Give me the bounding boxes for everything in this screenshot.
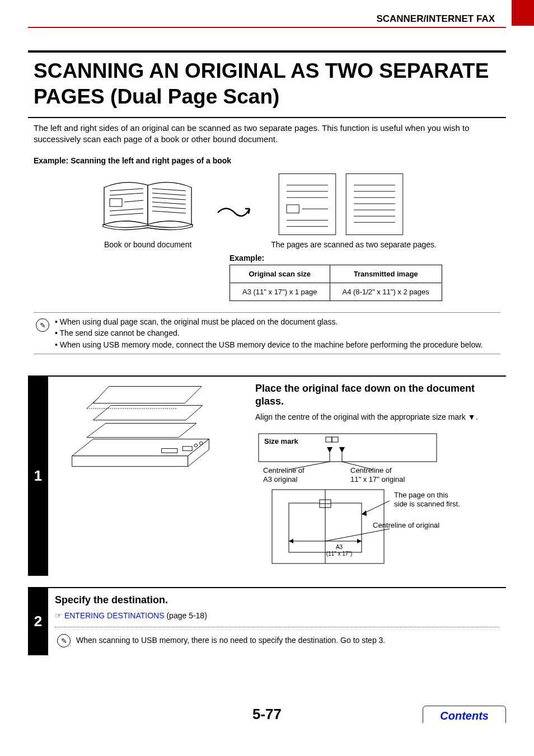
dotted-divider <box>55 627 499 627</box>
page-title: SCANNING AN ORIGINAL AS TWO SEPARATE PAG… <box>34 58 506 110</box>
svg-marker-28 <box>72 439 209 456</box>
svg-marker-58 <box>362 510 367 516</box>
illustration-row: Book or bound document <box>28 171 506 249</box>
table-label: Example: <box>229 253 506 262</box>
step-number-1: 1 <box>28 375 48 576</box>
contents-button[interactable]: Contents <box>423 706 506 723</box>
pages-caption: The pages are scanned as two separate pa… <box>271 240 437 249</box>
step2-link-row: ☞ ENTERING DESTINATIONS (page 5-18) <box>55 611 499 622</box>
step1-heading: Place the original face down on the docu… <box>255 382 500 408</box>
svg-marker-31 <box>87 423 196 437</box>
example-heading: Example: Scanning the left and right pag… <box>28 145 506 171</box>
label-centreline-original: Centreline of original <box>373 521 439 529</box>
note-item: The send size cannot be changed. <box>55 327 483 339</box>
book-caption: Book or bound document <box>97 240 198 249</box>
svg-marker-29 <box>72 456 188 467</box>
svg-marker-44 <box>339 447 345 453</box>
footer: 5-77 Contents <box>0 706 534 723</box>
scanned-pages-icon <box>271 171 411 238</box>
title-block: SCANNING AN ORIGINAL AS TWO SEPARATE PAG… <box>28 50 506 118</box>
printer-icon <box>54 382 227 472</box>
page-number: 5-77 <box>252 706 282 722</box>
step1-text: Align the centre of the original with th… <box>255 412 500 423</box>
label-a3: A3 <box>336 544 343 550</box>
label-first-scanned-2: side is scanned first. <box>394 500 460 508</box>
th-original: Original scan size <box>230 265 330 283</box>
svg-marker-61 <box>357 539 362 543</box>
header-rule <box>28 27 506 28</box>
step-number-2: 2 <box>28 587 48 655</box>
book-icon <box>97 171 198 238</box>
label-centreline-11x17: Centreline of <box>350 466 392 475</box>
td-original: A3 (11" x 17") x 1 page <box>230 283 330 301</box>
example-table-wrap: Example: Original scan size Transmitted … <box>229 253 506 301</box>
entering-destinations-link[interactable]: ENTERING DESTINATIONS <box>64 611 165 620</box>
section-tab <box>512 0 534 26</box>
label-centreline-a3: Centreline of <box>263 466 305 475</box>
td-transmitted: A4 (8-1/2" x 11") x 2 pages <box>330 283 442 301</box>
size-table: Original scan size Transmitted image A3 … <box>229 265 442 301</box>
note-item: When using dual page scan, the original … <box>55 316 483 327</box>
svg-marker-32 <box>93 405 203 420</box>
svg-rect-13 <box>346 174 403 235</box>
svg-marker-60 <box>289 539 293 543</box>
svg-marker-43 <box>327 447 332 453</box>
arrow-icon <box>215 199 254 221</box>
step2-link-suffix: (page 5-18) <box>166 611 207 620</box>
svg-rect-41 <box>326 437 332 442</box>
step2-note-text: When scanning to USB memory, there is no… <box>76 635 385 646</box>
running-header: SCANNER/INTERNET FAX <box>0 0 534 27</box>
th-transmitted: Transmitted image <box>330 265 442 283</box>
notes-box: ✎ When using dual page scan, the origina… <box>34 312 500 354</box>
step2-heading: Specify the destination. <box>55 594 499 607</box>
intro-text: The left and right sides of an original … <box>28 118 506 145</box>
pencil-note-icon: ✎ <box>36 318 49 332</box>
label-size-mark: Size mark <box>264 437 298 445</box>
glass-diagram-icon: Size mark Centreline of <box>255 430 479 570</box>
svg-rect-12 <box>279 174 336 235</box>
svg-text:A3 original: A3 original <box>263 475 298 483</box>
step-1: 1 <box>28 375 506 576</box>
svg-text:11" x 17" original: 11" x 17" original <box>350 475 405 483</box>
svg-marker-35 <box>93 386 202 403</box>
svg-rect-42 <box>332 437 338 442</box>
label-first-scanned-1: The page on this <box>394 491 448 499</box>
reference-icon: ☞ <box>55 611 64 620</box>
step-2: 2 Specify the destination. ☞ ENTERING DE… <box>28 587 506 655</box>
note-item: When using USB memory mode, connect the … <box>55 339 483 350</box>
label-a3-dim: (11" x 17") <box>326 551 353 557</box>
pencil-note-icon: ✎ <box>57 634 71 647</box>
